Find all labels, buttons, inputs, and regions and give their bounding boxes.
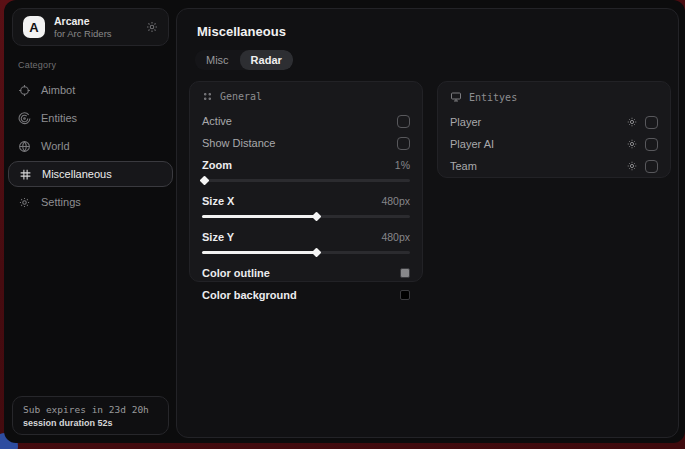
app-title: Arcane (54, 15, 137, 28)
session-duration-text: session duration 52s (23, 418, 158, 428)
slider-value: 1% (395, 159, 410, 171)
show-distance-checkbox[interactable] (397, 137, 410, 150)
zoom-slider[interactable] (202, 179, 410, 182)
team-checkbox[interactable] (645, 160, 658, 173)
size-y-slider-thumb[interactable] (312, 248, 322, 258)
sidebar-item-entities[interactable]: Entities (4, 104, 177, 132)
active-checkbox[interactable] (397, 115, 410, 128)
size-y-slider-fill (202, 251, 316, 254)
toggle-row-show-distance: Show Distance (202, 132, 410, 154)
slider-value: 480px (381, 231, 410, 243)
sidebar-item-label: Aimbot (41, 84, 75, 96)
general-grid-icon (202, 91, 213, 102)
team-settings-gear-icon[interactable] (626, 160, 638, 172)
player-ai-settings-gear-icon[interactable] (626, 138, 638, 150)
app-subtitle: for Arc Riders (54, 28, 137, 40)
entity-label: Team (450, 160, 477, 172)
tab-misc[interactable]: Misc (195, 50, 240, 70)
entities-card: Entityes Player Player AI (437, 81, 671, 178)
logo-badge: A (23, 16, 45, 38)
sidebar-item-miscellaneous[interactable]: Miscellaneous (8, 161, 173, 187)
size-y-slider[interactable] (202, 251, 410, 254)
sidebar-item-world[interactable]: World (4, 132, 177, 160)
crosshair-icon (18, 84, 31, 97)
general-card: General Active Show Distance Zoom 1% Siz… (189, 81, 423, 282)
color-label: Color background (202, 289, 297, 301)
toggle-label: Active (202, 115, 232, 127)
monitor-icon (450, 91, 462, 103)
entities-card-title: Entityes (469, 92, 517, 103)
slider-row-size-y: Size Y 480px (202, 226, 410, 248)
logo-text: Arcane for Arc Riders (54, 15, 137, 40)
entities-card-header: Entityes (450, 91, 658, 103)
entity-row-team: Team (450, 155, 658, 177)
main-panel: Miscellaneous Misc Radar General Active (176, 8, 679, 438)
size-x-slider[interactable] (202, 215, 410, 218)
sidebar: A Arcane for Arc Riders Category (4, 0, 177, 443)
slider-row-size-x: Size X 480px (202, 190, 410, 212)
sub-expires-text: Sub expires in 23d 20h (23, 404, 158, 415)
subscription-info-card: Sub expires in 23d 20h session duration … (12, 396, 169, 435)
gear-icon (18, 196, 31, 209)
slider-label: Zoom (202, 159, 232, 171)
tab-radar[interactable]: Radar (240, 50, 293, 70)
slider-label: Size Y (202, 231, 234, 243)
sidebar-nav: Aimbot Entities World (4, 76, 177, 216)
player-settings-gear-icon[interactable] (626, 116, 638, 128)
zoom-slider-thumb[interactable] (200, 176, 210, 186)
globe-icon (18, 140, 31, 153)
color-row-outline: Color outline (202, 262, 410, 284)
color-label: Color outline (202, 267, 270, 279)
entity-label: Player (450, 116, 481, 128)
sidebar-item-settings[interactable]: Settings (4, 188, 177, 216)
player-checkbox[interactable] (645, 116, 658, 129)
app-window: A Arcane for Arc Riders Category (4, 0, 685, 443)
player-ai-checkbox[interactable] (645, 138, 658, 151)
sidebar-item-label: World (41, 140, 70, 152)
category-label: Category (18, 60, 177, 70)
color-background-swatch[interactable] (400, 290, 410, 300)
general-card-title: General (220, 91, 262, 102)
entity-row-player-ai: Player AI (450, 133, 658, 155)
sidebar-item-label: Entities (41, 112, 77, 124)
tab-bar: Misc Radar (195, 50, 293, 70)
slider-value: 480px (381, 195, 410, 207)
entity-label: Player AI (450, 138, 494, 150)
logo-card: A Arcane for Arc Riders (12, 8, 169, 46)
slider-row-zoom: Zoom 1% (202, 154, 410, 176)
sync-gear-icon[interactable] (146, 21, 158, 33)
toggle-row-active: Active (202, 110, 410, 132)
page-title: Miscellaneous (197, 24, 678, 39)
color-row-background: Color background (202, 284, 410, 306)
size-x-slider-fill (202, 215, 316, 218)
color-outline-swatch[interactable] (400, 268, 410, 278)
entity-row-player: Player (450, 111, 658, 133)
toggle-label: Show Distance (202, 137, 275, 149)
general-card-header: General (202, 91, 410, 102)
radar-icon (18, 112, 31, 125)
sidebar-item-aimbot[interactable]: Aimbot (4, 76, 177, 104)
slider-label: Size X (202, 195, 234, 207)
sidebar-item-label: Miscellaneous (42, 168, 112, 180)
sidebar-item-label: Settings (41, 196, 81, 208)
size-x-slider-thumb[interactable] (312, 212, 322, 222)
grid-icon (19, 168, 32, 181)
